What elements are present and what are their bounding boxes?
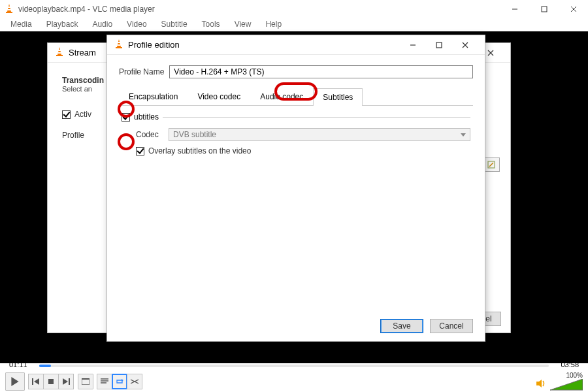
menu-subtitle[interactable]: Subtitle: [155, 18, 194, 31]
menu-view[interactable]: View: [228, 18, 258, 31]
vlc-icon: [114, 39, 124, 51]
overlay-subtitles-label: Overlay subtitles on the video: [148, 146, 251, 155]
profile-title: Profile edition: [128, 40, 400, 50]
codec-label: Codec: [136, 130, 163, 139]
next-button[interactable]: [58, 374, 74, 389]
svg-rect-10: [69, 378, 70, 385]
svg-rect-6: [32, 378, 33, 385]
svg-rect-18: [57, 52, 61, 54]
volume-slider[interactable]: [550, 379, 583, 391]
profile-name-input[interactable]: [169, 65, 473, 78]
tab-video-codec[interactable]: Video codec: [188, 88, 250, 105]
speaker-icon[interactable]: [536, 378, 546, 391]
menubar: Media Playback Audio Video Subtitle Tool…: [0, 18, 588, 31]
svg-rect-12: [82, 378, 90, 380]
activate-transcoding-label: Activ: [74, 110, 91, 119]
svg-marker-15: [550, 379, 583, 390]
mode-cluster: [97, 374, 142, 389]
play-button[interactable]: [5, 372, 25, 391]
svg-rect-2: [7, 9, 10, 10]
profile-minimize-button[interactable]: [400, 35, 426, 55]
time-elapsed: 01:11: [9, 361, 27, 368]
tab-audio-codec[interactable]: Audio codec: [250, 88, 313, 105]
svg-marker-5: [11, 377, 18, 386]
vlc-icon: [4, 3, 14, 16]
svg-rect-19: [56, 55, 63, 56]
main-titlebar: videoplayback.mp4 - VLC media player: [0, 0, 588, 18]
svg-marker-9: [63, 378, 68, 385]
codec-select[interactable]: DVB subtitle: [169, 128, 470, 141]
profile-titlebar: Profile edition: [107, 35, 485, 55]
subtitles-tabpage: ubtitles Codec DVB subtitle Overlay subt…: [119, 106, 473, 314]
menu-audio[interactable]: Audio: [86, 18, 119, 31]
seek-fill: [39, 365, 51, 367]
skip-cluster: [29, 374, 74, 389]
svg-rect-24: [116, 47, 122, 48]
profile-label: Profile: [62, 131, 84, 140]
main-close-button[interactable]: [559, 0, 588, 18]
tab-subtitles[interactable]: Subtitles: [313, 88, 363, 106]
tab-encapsulation[interactable]: Encapsulation: [119, 88, 188, 105]
player-controls: 100%: [0, 371, 588, 392]
profile-name-label: Profile Name: [119, 67, 164, 76]
svg-rect-17: [58, 50, 61, 51]
main-maximize-button[interactable]: [529, 0, 559, 18]
vlc-icon: [54, 46, 65, 59]
svg-marker-7: [34, 378, 39, 385]
svg-rect-3: [6, 12, 12, 13]
svg-rect-23: [117, 44, 120, 46]
menu-video[interactable]: Video: [120, 18, 153, 31]
profile-cancel-button[interactable]: Cancel: [430, 319, 473, 333]
volume-control[interactable]: [536, 378, 583, 391]
subtitles-enable-checkbox[interactable]: [122, 113, 130, 122]
prev-button[interactable]: [28, 374, 44, 389]
divider: [163, 117, 470, 118]
svg-rect-1: [8, 7, 10, 8]
chevron-down-icon: [461, 133, 466, 137]
svg-rect-8: [48, 379, 54, 384]
menu-playback[interactable]: Playback: [40, 18, 85, 31]
seek-bar[interactable]: 01:11 03:58: [5, 363, 583, 368]
main-minimize-button[interactable]: [500, 0, 529, 18]
codec-select-value: DVB subtitle: [173, 130, 216, 139]
profile-dialog: Profile edition Profile Name Encapsulati…: [106, 35, 485, 342]
overlay-subtitles-checkbox[interactable]: [136, 147, 144, 155]
shuffle-button[interactable]: [127, 374, 142, 389]
profile-tabs: Encapsulation Video codec Audio codec Su…: [119, 88, 473, 106]
svg-rect-22: [118, 42, 120, 43]
time-total: 03:58: [561, 361, 579, 368]
subtitles-group-label: ubtitles: [134, 112, 159, 122]
playlist-button[interactable]: [97, 374, 112, 389]
loop-button[interactable]: [112, 374, 127, 389]
profile-close-button[interactable]: [452, 35, 478, 55]
svg-rect-4: [542, 7, 547, 12]
main-window-buttons: [500, 0, 588, 18]
stop-button[interactable]: [43, 374, 59, 389]
fullscreen-button[interactable]: [78, 374, 93, 389]
svg-marker-14: [536, 380, 542, 387]
menu-tools[interactable]: Tools: [195, 18, 227, 31]
profile-maximize-button[interactable]: [426, 35, 452, 55]
svg-rect-25: [436, 42, 442, 48]
activate-transcoding-checkbox[interactable]: [62, 110, 71, 119]
seek-track[interactable]: [39, 365, 549, 367]
menu-media[interactable]: Media: [4, 18, 39, 31]
menu-help[interactable]: Help: [259, 18, 288, 31]
profile-save-button[interactable]: Save: [380, 319, 423, 333]
